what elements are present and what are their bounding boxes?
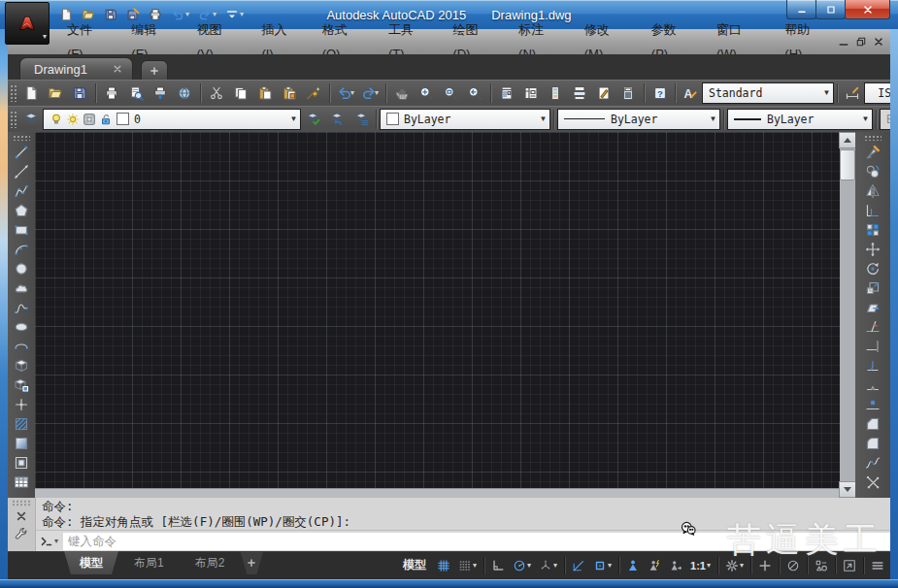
status-fullscreen-toggle[interactable] xyxy=(839,555,860,576)
command-close-button[interactable] xyxy=(13,508,30,524)
trim-button[interactable] xyxy=(861,317,884,337)
paste-button[interactable] xyxy=(253,82,277,105)
point-button[interactable] xyxy=(10,395,33,414)
status-burger-toggle[interactable] xyxy=(867,555,888,576)
command-input[interactable] xyxy=(63,533,890,550)
status-snap-toggle[interactable]: ▾ xyxy=(454,555,481,576)
command-window-grip[interactable] xyxy=(12,500,31,506)
new-layout-button[interactable] xyxy=(240,551,263,574)
status-polar-toggle[interactable]: ▾ xyxy=(509,555,535,576)
rotate-button[interactable] xyxy=(861,259,884,278)
break-button[interactable] xyxy=(861,376,884,395)
copy-button[interactable] xyxy=(229,82,252,105)
properties-button[interactable] xyxy=(495,82,518,105)
document-tab[interactable]: Drawing1 xyxy=(19,57,133,80)
stretch-button[interactable] xyxy=(861,298,884,317)
toolbar-grip[interactable] xyxy=(13,135,30,141)
layout-tab-模型[interactable]: 模型 xyxy=(64,551,118,574)
scroll-down-button[interactable] xyxy=(839,481,856,498)
make-block-button[interactable] xyxy=(10,376,33,395)
zoom-window-button[interactable] xyxy=(439,82,462,105)
plotstyle-combo[interactable]: ByColor xyxy=(880,109,890,130)
toolbar-grip[interactable] xyxy=(10,84,17,102)
layout-tab-布局1[interactable]: 布局1 xyxy=(118,551,180,574)
mirror-button[interactable] xyxy=(861,181,884,201)
extend-button[interactable] xyxy=(861,337,884,356)
layer-properties-button[interactable] xyxy=(19,108,43,131)
pan-button[interactable] xyxy=(390,82,414,105)
zoom-realtime-button[interactable] xyxy=(415,82,438,105)
maximize-button[interactable] xyxy=(815,0,846,19)
toolpalettes-button[interactable] xyxy=(544,82,567,105)
layer-current-button[interactable] xyxy=(301,108,324,131)
status-plus-toggle[interactable] xyxy=(754,555,776,576)
circle-button[interactable] xyxy=(10,259,33,278)
designcenter-button[interactable] xyxy=(519,82,543,105)
join-button[interactable] xyxy=(861,395,884,414)
layer-previous-button[interactable] xyxy=(325,108,349,131)
toolbar-grip[interactable] xyxy=(10,111,17,128)
polygon-button[interactable] xyxy=(10,201,33,220)
undo-button[interactable]: ▾ xyxy=(334,82,357,105)
new-tab-button[interactable] xyxy=(141,60,168,80)
status-isodraft-toggle[interactable]: ▾ xyxy=(535,555,561,576)
scrollbar-thumb[interactable] xyxy=(840,149,855,180)
drawing-canvas[interactable] xyxy=(35,132,840,488)
markup-button[interactable] xyxy=(592,82,615,105)
polyline-button[interactable] xyxy=(10,181,33,201)
dim-style-combo[interactable]: ISO-25 xyxy=(864,82,890,104)
ellipse-arc-button[interactable] xyxy=(10,337,33,356)
scroll-up-button[interactable] xyxy=(839,132,856,148)
match-button[interactable] xyxy=(302,82,325,105)
move-button[interactable] xyxy=(861,240,884,259)
application-menu-button[interactable]: ▾ xyxy=(5,2,50,45)
construction-line-button[interactable] xyxy=(10,162,33,181)
zoom-previous-button[interactable] xyxy=(463,82,486,105)
sheetset-button[interactable] xyxy=(568,82,591,105)
status-annovis-toggle[interactable] xyxy=(622,555,644,576)
cut-button[interactable] xyxy=(205,82,228,105)
toolbar-grip[interactable] xyxy=(864,135,881,141)
calculator-button[interactable] xyxy=(616,82,640,105)
arc-button[interactable] xyxy=(10,240,33,259)
array-button[interactable] xyxy=(861,220,884,240)
spline-button[interactable] xyxy=(10,298,33,317)
mdi-minimize-button[interactable] xyxy=(838,36,849,48)
status-gear-toggle[interactable]: ▾ xyxy=(721,555,748,576)
help-button[interactable]: ? xyxy=(649,82,672,105)
table-button[interactable] xyxy=(10,473,33,492)
status-grid-toggle[interactable] xyxy=(433,555,454,576)
mdi-restore-button[interactable] xyxy=(855,36,867,48)
region-button[interactable] xyxy=(10,453,33,473)
status-annoscale-toggle[interactable] xyxy=(665,555,686,576)
model-space-label[interactable]: 模型 xyxy=(396,557,433,573)
break-point-button[interactable] xyxy=(861,356,884,376)
rectangle-button[interactable] xyxy=(10,220,33,240)
linetype-combo[interactable]: ByLayer ▼ xyxy=(557,109,720,130)
status-ortho-toggle[interactable] xyxy=(487,555,509,576)
command-prompt-button[interactable]: ▾ xyxy=(36,536,63,547)
status-osnap-toggle[interactable]: ▾ xyxy=(589,555,615,576)
insert-block-button[interactable] xyxy=(10,356,33,376)
redo-button[interactable]: ▾ xyxy=(358,82,382,105)
horizontal-scrollbar[interactable] xyxy=(35,488,840,498)
blend-button[interactable] xyxy=(861,453,884,473)
status-otrack-toggle[interactable] xyxy=(568,555,589,576)
vertical-scrollbar[interactable] xyxy=(840,132,855,498)
dim-style-button[interactable] xyxy=(841,82,864,105)
chamfer-button[interactable] xyxy=(861,414,884,434)
fillet-button[interactable] xyxy=(861,434,884,453)
explode-button[interactable] xyxy=(861,473,884,492)
color-combo[interactable]: ByLayer ▼ xyxy=(380,109,550,130)
layer-combo[interactable]: 0 ▼ xyxy=(43,109,301,130)
print-preview-button[interactable] xyxy=(124,82,148,105)
paste-special-button[interactable] xyxy=(278,82,301,105)
command-settings-button[interactable] xyxy=(13,526,30,541)
status-isolate-toggle[interactable] xyxy=(782,555,804,576)
new-button[interactable] xyxy=(19,82,43,105)
close-button[interactable] xyxy=(845,0,890,19)
line-button[interactable] xyxy=(10,143,33,162)
offset-button[interactable] xyxy=(861,201,884,220)
ellipse-button[interactable] xyxy=(10,317,33,337)
plot-button[interactable] xyxy=(100,82,123,105)
